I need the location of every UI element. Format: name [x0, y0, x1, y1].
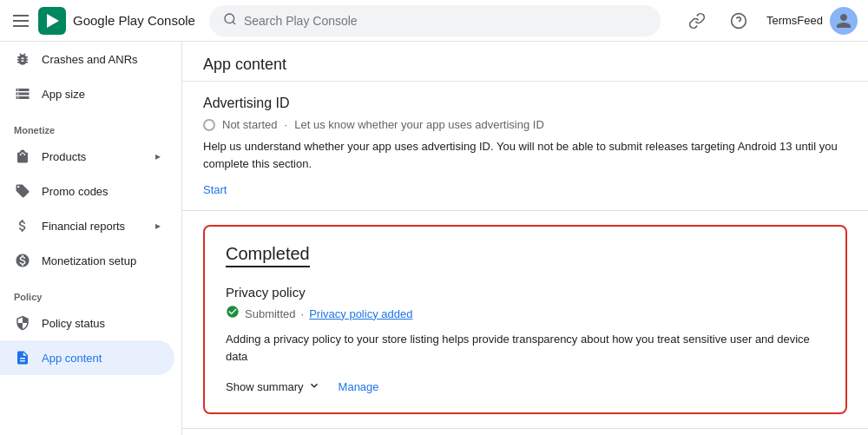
main-layout: Crashes and ANRs App size Monetize Produ… [0, 42, 868, 435]
financial-icon [14, 217, 31, 234]
sidebar-item-app-content-label: App content [42, 352, 102, 365]
status-separator: · [285, 118, 288, 131]
privacy-actions: Show summary Manage [226, 379, 825, 395]
shield-icon [14, 314, 31, 332]
financial-expand-icon: ▸ [155, 220, 161, 232]
user-account[interactable]: TermsFeed [766, 7, 858, 35]
menu-button[interactable] [10, 10, 31, 31]
advertising-id-description: Help us understand whether your app uses… [203, 138, 847, 172]
topbar-right: TermsFeed [683, 7, 858, 35]
manage-link[interactable]: Manage [339, 380, 379, 393]
shopping-bag-icon [14, 148, 31, 165]
sidebar-section-monetize: Monetize [0, 111, 181, 139]
topbar: Google Play Console TermsFeed [0, 0, 868, 42]
svg-point-2 [225, 14, 234, 23]
advertising-id-title: Advertising ID [203, 96, 847, 111]
storage-icon [14, 85, 31, 102]
start-link[interactable]: Start [203, 183, 227, 196]
sidebar-item-financial-reports-label: Financial reports [42, 220, 125, 233]
help-icon-button[interactable] [725, 7, 753, 35]
sidebar-item-products-label: Products [42, 150, 86, 163]
account-name: TermsFeed [766, 14, 823, 27]
privacy-policy-title: Privacy policy [226, 285, 825, 300]
search-input[interactable] [244, 14, 647, 28]
submitted-checkmark-icon [226, 305, 240, 322]
sidebar-item-app-size-label: App size [42, 88, 85, 101]
sidebar-item-crashes[interactable]: Crashes and ANRs [0, 42, 174, 76]
advertising-id-section: Advertising ID Not started · Let us know… [182, 82, 868, 211]
completed-title: Completed [226, 244, 310, 267]
user-avatar[interactable] [830, 7, 858, 35]
privacy-policy-description: Adding a privacy policy to your store li… [226, 331, 825, 365]
sidebar-item-crashes-label: Crashes and ANRs [42, 53, 138, 66]
app-name: Google Play Console [73, 13, 195, 28]
bug-icon [14, 50, 31, 68]
privacy-status-separator: · [301, 307, 305, 320]
sidebar-item-promo-codes-label: Promo codes [42, 185, 108, 198]
sidebar-item-policy-status[interactable]: Policy status [0, 306, 174, 340]
main-content-area: App content Advertising ID Not started ·… [182, 42, 868, 435]
sidebar-item-financial-reports[interactable]: Financial reports ▸ [0, 208, 174, 243]
privacy-policy-link[interactable]: Privacy policy added [309, 307, 412, 320]
sidebar-item-monetization-setup-label: Monetization setup [42, 254, 136, 267]
submitted-label: Submitted [245, 307, 296, 320]
app-content-header: App content [182, 42, 868, 82]
sidebar-item-app-size[interactable]: App size [0, 76, 174, 111]
status-description: Let us know whether your app uses advert… [294, 118, 544, 131]
sidebar-item-products[interactable]: Products ▸ [0, 139, 174, 174]
not-started-label: Not started [222, 118, 278, 131]
page-title: App content [203, 56, 847, 74]
completed-section: Completed Privacy policy Submitted · Pri… [203, 225, 847, 414]
sidebar-item-promo-codes[interactable]: Promo codes [0, 174, 174, 208]
monetization-icon [14, 252, 31, 269]
sidebar-item-app-content[interactable]: App content [0, 340, 174, 375]
advertising-id-status: Not started · Let us know whether your a… [203, 118, 847, 131]
svg-line-3 [233, 22, 235, 24]
search-icon [223, 12, 237, 30]
page-content: App content Advertising ID Not started ·… [182, 42, 868, 428]
description-icon [14, 349, 31, 366]
show-summary-label: Show summary [226, 380, 304, 393]
products-expand-icon: ▸ [155, 150, 161, 162]
play-console-logo-icon [38, 7, 66, 35]
sidebar-section-policy: Policy [0, 278, 181, 306]
link-icon-button[interactable] [683, 7, 711, 35]
app-logo: Google Play Console [38, 7, 195, 35]
not-started-dot [203, 119, 215, 131]
sidebar: Crashes and ANRs App size Monetize Produ… [0, 42, 182, 435]
sidebar-item-policy-status-label: Policy status [42, 317, 105, 330]
show-summary-button[interactable]: Show summary [226, 379, 321, 395]
sidebar-item-monetization-setup[interactable]: Monetization setup [0, 243, 174, 278]
page-footer: © 2022 Google · Mobile app · Terms of Se… [182, 428, 868, 435]
privacy-policy-status: Submitted · Privacy policy added [226, 305, 825, 322]
chevron-down-icon [307, 379, 321, 395]
promo-icon [14, 182, 31, 200]
search-bar[interactable] [209, 5, 661, 36]
